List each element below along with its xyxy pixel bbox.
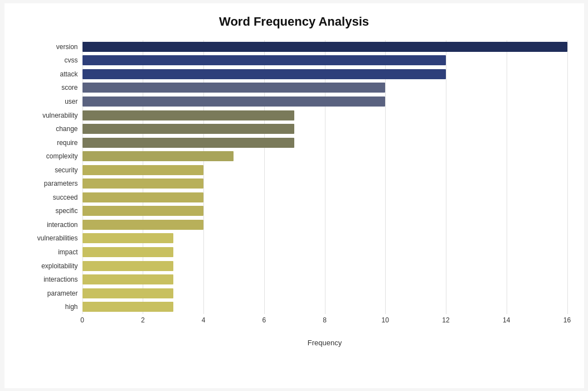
y-label: exploitability: [21, 263, 82, 269]
y-label: require: [21, 139, 82, 146]
y-label: user: [21, 98, 82, 105]
bar-row: [82, 41, 567, 52]
bar-row: [82, 151, 567, 162]
bar: [82, 138, 295, 148]
x-tick: 16: [563, 316, 571, 324]
grid-line: [567, 40, 568, 314]
x-tick: 10: [382, 316, 389, 324]
bar: [82, 83, 386, 93]
y-label: change: [21, 125, 82, 132]
bars-and-grid: [82, 40, 567, 314]
bar: [82, 151, 234, 161]
x-tick: 6: [262, 316, 266, 324]
y-labels: versioncvssattackscoreuservulnerabilityc…: [21, 40, 82, 314]
bar-row: [82, 69, 567, 80]
bar: [82, 55, 446, 65]
y-label: interaction: [21, 221, 82, 228]
bar-row: [82, 82, 567, 93]
bar: [82, 192, 204, 202]
bar-row: [82, 137, 567, 148]
y-label: impact: [21, 249, 82, 255]
bars-rows: [82, 40, 567, 314]
bar: [82, 247, 173, 257]
y-label: interactions: [21, 276, 82, 283]
bar: [82, 69, 446, 79]
y-label: high: [21, 303, 82, 310]
bar: [82, 233, 173, 243]
bar: [82, 110, 295, 120]
bar: [82, 220, 204, 230]
bar-row: [82, 96, 567, 107]
bar-row: [82, 288, 567, 299]
bar: [82, 124, 295, 134]
bars-wrapper: versioncvssattackscoreuservulnerabilityc…: [21, 40, 567, 314]
y-label: parameters: [21, 180, 82, 187]
bar: [82, 274, 173, 284]
bar: [82, 178, 204, 189]
x-tick: 2: [141, 316, 145, 324]
x-tick: 8: [323, 316, 327, 324]
bar: [82, 165, 204, 175]
y-label: security: [21, 167, 82, 173]
bar: [82, 42, 567, 52]
y-label: vulnerability: [21, 112, 82, 119]
bar: [82, 261, 173, 271]
chart-area: versioncvssattackscoreuservulnerabilityc…: [21, 40, 567, 347]
bar-row: [82, 55, 567, 66]
bar-row: [82, 260, 567, 272]
chart-container: Word Frequency Analysis versioncvssattac…: [4, 3, 584, 388]
bar-row: [82, 301, 567, 312]
x-axis-label: Frequency: [82, 339, 567, 347]
y-label: version: [21, 44, 82, 50]
x-axis: 0246810121416: [82, 316, 567, 327]
y-label: attack: [21, 71, 82, 78]
x-tick: 0: [80, 316, 84, 324]
bar: [82, 96, 386, 107]
y-label: score: [21, 84, 82, 91]
y-label: parameter: [21, 290, 82, 297]
x-tick: 12: [442, 316, 449, 324]
x-tick: 4: [202, 316, 206, 324]
bar-row: [82, 123, 567, 134]
bar-row: [82, 192, 567, 203]
bar-row: [82, 205, 567, 216]
bar-row: [82, 110, 567, 121]
chart-title: Word Frequency Analysis: [21, 15, 567, 29]
bar: [82, 288, 173, 298]
x-tick: 14: [503, 316, 510, 324]
y-label: specific: [21, 207, 82, 214]
bar-row: [82, 178, 567, 189]
bar-row: [82, 247, 567, 258]
bar-row: [82, 165, 567, 176]
bar: [82, 302, 173, 312]
bar-row: [82, 219, 567, 230]
y-label: succeed: [21, 194, 82, 201]
bar-row: [82, 274, 567, 285]
y-label: vulnerabilities: [21, 235, 82, 242]
bar: [82, 206, 204, 216]
y-label: complexity: [21, 153, 82, 160]
y-label: cvss: [21, 57, 82, 64]
bar-row: [82, 233, 567, 244]
